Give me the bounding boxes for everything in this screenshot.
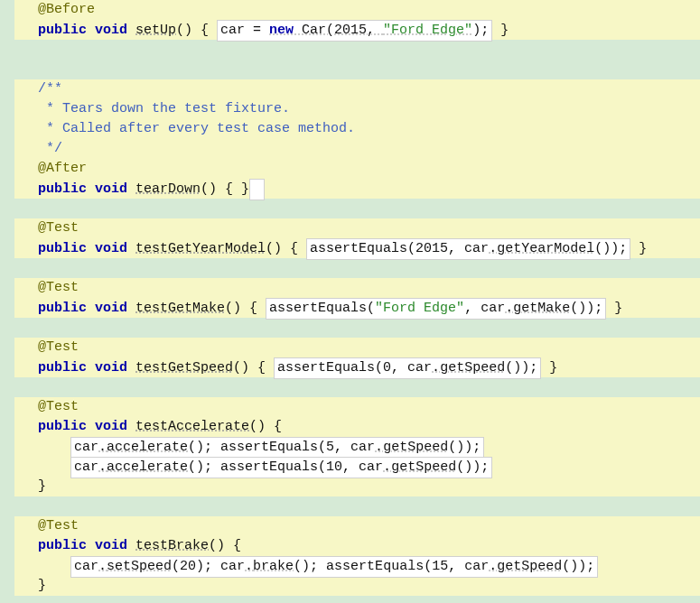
statement-box: assertEquals(2015, car.getYearModel()); — [306, 238, 630, 260]
code-line[interactable]: public void setUp() { car = new Car(2015… — [14, 20, 700, 40]
code-line[interactable]: public void testBrake() { — [14, 536, 700, 556]
blank-line[interactable] — [14, 596, 700, 603]
code-line[interactable]: /** — [14, 79, 700, 99]
code-content[interactable]: @Before public void setUp() { car = new … — [14, 0, 700, 603]
code-line[interactable]: } — [14, 576, 700, 596]
method-name: setUp — [135, 23, 176, 38]
code-line[interactable]: car.accelerate(); assertEquals(5, car.ge… — [14, 437, 700, 457]
method-name: testGetSpeed — [135, 360, 233, 376]
code-line[interactable]: @Test — [14, 397, 700, 417]
code-line[interactable]: car.setSpeed(20); car.brake(); assertEqu… — [14, 556, 700, 576]
code-line[interactable]: */ — [14, 139, 700, 159]
code-line[interactable]: car.accelerate(); assertEquals(10, car.g… — [14, 457, 700, 477]
method-name: testBrake — [135, 538, 209, 553]
empty-body-box — [249, 179, 265, 200]
keyword: public void — [38, 419, 135, 434]
editor-gutter — [5, 0, 14, 603]
statement-box: car.accelerate(); assertEquals(5, car.ge… — [70, 437, 484, 459]
method-name: testGetMake — [135, 301, 225, 316]
annotation: @Test — [38, 280, 79, 295]
blank-line[interactable] — [14, 60, 700, 79]
method-name: tearDown — [135, 181, 201, 197]
code-line[interactable]: @Test — [14, 218, 700, 238]
blank-line[interactable] — [14, 377, 700, 397]
code-line[interactable]: @Test — [14, 338, 700, 357]
blank-line[interactable] — [14, 496, 700, 516]
code-line[interactable]: public void testGetMake() { assertEquals… — [14, 298, 700, 318]
code-line[interactable]: @Before — [14, 0, 700, 20]
statement-box: car.accelerate(); assertEquals(10, car.g… — [70, 457, 492, 478]
javadoc: * Tears down the test fixture. — [38, 101, 290, 116]
javadoc: * Called after every test case method. — [38, 121, 355, 136]
statement-box: car.setSpeed(20); car.brake(); assertEqu… — [70, 556, 598, 578]
annotation: @After — [38, 161, 87, 176]
keyword: public void — [38, 23, 135, 38]
code-line[interactable]: public void testGetYearModel() { assertE… — [14, 238, 700, 258]
code-line[interactable]: @Test — [14, 516, 700, 536]
blank-line[interactable] — [14, 199, 700, 218]
blank-line[interactable] — [14, 318, 700, 338]
keyword: public void — [38, 360, 135, 376]
code-text: () { — [176, 23, 217, 38]
code-editor[interactable]: @Before public void setUp() { car = new … — [0, 0, 700, 603]
keyword: public void — [38, 241, 135, 256]
statement-box: assertEquals(0, car.getSpeed()); — [274, 357, 541, 379]
javadoc: /** — [38, 81, 62, 97]
method-name: testGetYearModel — [135, 241, 266, 256]
code-line[interactable]: * Called after every test case method. — [14, 119, 700, 139]
annotation: @Before — [38, 2, 95, 17]
statement-box: car = new Car(2015, "Ford Edge"); — [217, 20, 492, 42]
code-line[interactable]: } — [14, 477, 700, 496]
annotation: @Test — [38, 339, 79, 355]
annotation: @Test — [38, 220, 79, 236]
annotation: @Test — [38, 518, 79, 533]
code-line[interactable]: @After — [14, 159, 700, 179]
code-line[interactable]: * Tears down the test fixture. — [14, 99, 700, 119]
code-line[interactable]: public void tearDown() { } — [14, 179, 700, 199]
keyword: public void — [38, 538, 135, 553]
annotation: @Test — [38, 399, 79, 414]
keyword: public void — [38, 181, 135, 197]
keyword: public void — [38, 301, 135, 316]
code-line[interactable]: public void testAccelerate() { — [14, 417, 700, 437]
blank-line[interactable] — [14, 40, 700, 60]
method-name: testAccelerate — [135, 419, 249, 434]
code-line[interactable]: public void testGetSpeed() { assertEqual… — [14, 357, 700, 377]
javadoc: */ — [38, 141, 62, 156]
statement-box: assertEquals("Ford Edge", car.getMake())… — [266, 298, 606, 320]
code-line[interactable]: @Test — [14, 278, 700, 298]
blank-line[interactable] — [14, 258, 700, 278]
